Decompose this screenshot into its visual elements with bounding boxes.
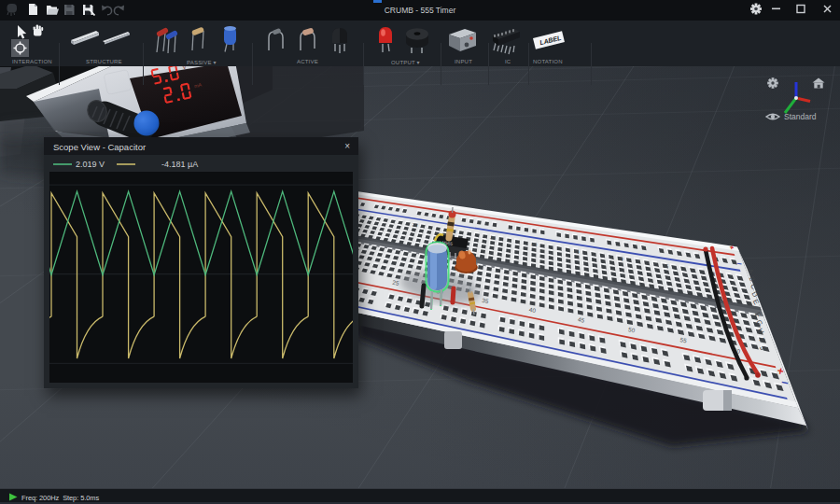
svg-text:45: 45 (573, 248, 580, 255)
svg-text:Standard: Standard (784, 112, 817, 121)
svg-text:35: 35 (490, 234, 497, 241)
svg-text:25: 25 (412, 221, 418, 228)
svg-text:55: 55 (663, 262, 669, 269)
svg-text:40: 40 (531, 241, 538, 247)
svg-text:50: 50 (617, 255, 623, 261)
